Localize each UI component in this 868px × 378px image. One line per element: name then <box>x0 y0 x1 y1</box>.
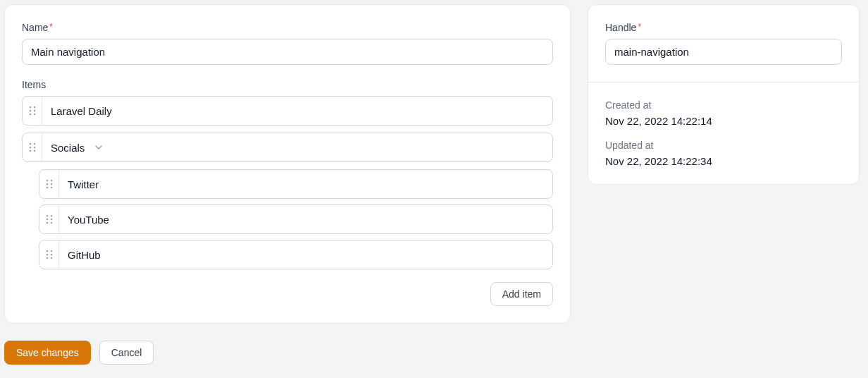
svg-point-28 <box>46 257 48 260</box>
svg-point-18 <box>46 215 48 217</box>
save-button[interactable]: Save changes <box>4 341 91 365</box>
required-asterisk: * <box>49 22 53 32</box>
svg-point-6 <box>29 143 31 145</box>
svg-point-29 <box>50 257 52 260</box>
name-label: Name* <box>22 22 553 33</box>
svg-point-7 <box>33 143 35 145</box>
svg-point-11 <box>33 150 35 152</box>
drag-handle-icon[interactable] <box>23 97 42 125</box>
name-input[interactable] <box>22 39 553 65</box>
sidebar-card: Handle* Created at Nov 22, 2022 14:22:14… <box>588 4 860 185</box>
drag-handle-icon[interactable] <box>39 170 59 198</box>
drag-handle-icon[interactable] <box>39 240 59 269</box>
required-asterisk: * <box>638 22 641 32</box>
svg-point-13 <box>50 180 52 182</box>
svg-point-2 <box>29 110 31 112</box>
item-label: Twitter <box>59 170 552 198</box>
created-at-label: Created at <box>605 99 842 111</box>
svg-point-0 <box>29 106 31 109</box>
svg-point-23 <box>50 222 52 224</box>
item-label: Laravel Daily <box>42 97 552 125</box>
svg-point-1 <box>33 106 35 109</box>
updated-at-value: Nov 22, 2022 14:22:34 <box>605 155 842 167</box>
form-card: Name* Items Laravel Daily <box>4 4 571 324</box>
svg-point-16 <box>46 187 48 189</box>
svg-point-27 <box>50 254 52 256</box>
drag-handle-icon[interactable] <box>23 133 42 161</box>
handle-label: Handle* <box>605 22 842 33</box>
svg-point-25 <box>50 250 52 252</box>
drag-handle-icon[interactable] <box>39 205 59 233</box>
item-row[interactable]: Twitter <box>39 169 553 199</box>
item-row[interactable]: Socials <box>22 133 553 162</box>
svg-point-8 <box>29 147 31 149</box>
svg-point-17 <box>50 187 52 189</box>
svg-point-9 <box>33 147 35 149</box>
svg-point-26 <box>46 254 48 256</box>
svg-point-10 <box>29 150 31 152</box>
svg-point-22 <box>46 222 48 224</box>
item-label: YouTube <box>59 205 552 233</box>
item-label: Socials <box>42 133 552 161</box>
chevron-down-icon[interactable] <box>94 143 103 152</box>
handle-input[interactable] <box>605 39 842 65</box>
svg-point-19 <box>50 215 52 217</box>
item-label-text: Socials <box>51 142 85 154</box>
svg-point-15 <box>50 183 52 185</box>
name-label-text: Name <box>22 22 48 33</box>
svg-point-5 <box>33 114 35 116</box>
svg-point-14 <box>46 183 48 185</box>
updated-at-label: Updated at <box>605 140 842 151</box>
svg-point-12 <box>46 180 48 182</box>
item-row[interactable]: YouTube <box>39 205 553 234</box>
svg-point-24 <box>46 250 48 252</box>
svg-point-20 <box>46 219 48 221</box>
svg-point-21 <box>50 219 52 221</box>
items-label: Items <box>22 79 553 90</box>
svg-point-3 <box>33 110 35 112</box>
item-row[interactable]: Laravel Daily <box>22 96 553 126</box>
add-item-button[interactable]: Add item <box>490 282 553 306</box>
item-label: GitHub <box>59 240 552 269</box>
handle-label-text: Handle <box>605 22 636 33</box>
created-at-value: Nov 22, 2022 14:22:14 <box>605 115 842 127</box>
cancel-button[interactable]: Cancel <box>99 341 154 365</box>
item-row[interactable]: GitHub <box>39 240 553 269</box>
svg-point-4 <box>29 114 31 116</box>
